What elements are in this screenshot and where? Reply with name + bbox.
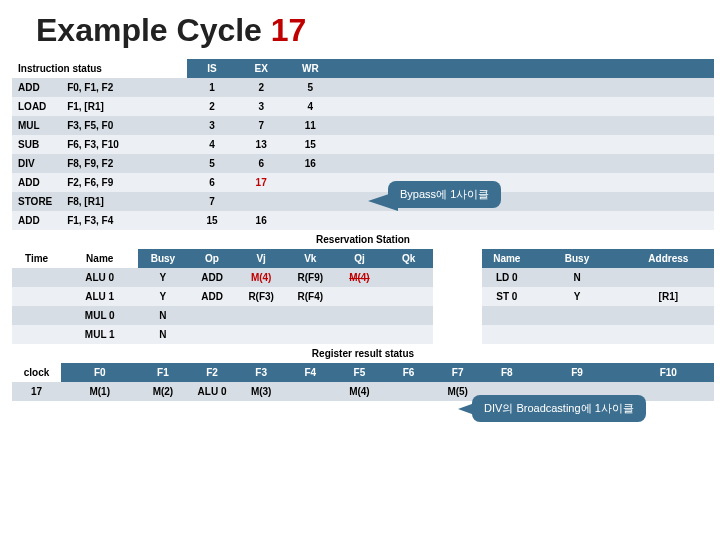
rs-busy2: Y <box>531 287 622 306</box>
rs-vj <box>237 306 286 325</box>
instr-is: 5 <box>187 154 236 173</box>
reg-hdr-cell: F3 <box>237 363 286 382</box>
instr-op: DIV <box>12 154 61 173</box>
instr-ex: 13 <box>237 135 286 154</box>
instr-ex: 17 <box>237 173 286 192</box>
instr-is: 15 <box>187 211 236 230</box>
instr-op: ADD <box>12 173 61 192</box>
instr-op: SUB <box>12 135 61 154</box>
instr-row: LOADF1, [R1]234 <box>12 97 714 116</box>
instr-is: 3 <box>187 116 236 135</box>
rs-qk <box>384 268 433 287</box>
rs-addr: [R1] <box>623 287 714 306</box>
instr-is: 6 <box>187 173 236 192</box>
rs-qj <box>335 325 384 344</box>
rs-qk <box>384 306 433 325</box>
instr-args: F6, F3, F10 <box>61 135 187 154</box>
rs-busy2 <box>531 325 622 344</box>
instr-is: 1 <box>187 78 236 97</box>
reg-hdr-cell: F5 <box>335 363 384 382</box>
instr-is: 4 <box>187 135 236 154</box>
rs-busy2 <box>531 306 622 325</box>
col-qj: Qj <box>335 249 384 268</box>
rs-qk <box>384 325 433 344</box>
rs-name: MUL 0 <box>61 306 138 325</box>
col-address: Address <box>623 249 714 268</box>
reg-hdr-cell: F6 <box>384 363 433 382</box>
rs-time <box>12 325 61 344</box>
rs-name2: ST 0 <box>482 287 531 306</box>
reg-cell: ALU 0 <box>187 382 236 401</box>
instr-args: F2, F6, F9 <box>61 173 187 192</box>
rs-op <box>187 325 236 344</box>
rs-vk <box>286 325 335 344</box>
reg-hdr-cell: F7 <box>433 363 482 382</box>
reg-hdr-cell: F8 <box>482 363 531 382</box>
rs-header-row: Time Name Busy Op Vj Vk Qj Qk Name Busy … <box>12 249 714 268</box>
instr-args: F8, [R1] <box>61 192 187 211</box>
rs-row: ALU 1YADDR(F3)R(F4)ST 0Y[R1] <box>12 287 714 306</box>
rs-qj <box>335 287 384 306</box>
col-name: Name <box>61 249 138 268</box>
rs-row: ALU 0YADDM(4)R(F9)M(4)LD 0N <box>12 268 714 287</box>
reg-hdr-cell: F9 <box>531 363 622 382</box>
instruction-status-table: Instruction status IS EX WR ADDF0, F1, F… <box>12 59 714 401</box>
col-busy: Busy <box>138 249 187 268</box>
col-vk: Vk <box>286 249 335 268</box>
instr-wr <box>286 173 335 192</box>
instr-op: STORE <box>12 192 61 211</box>
instr-ex: 16 <box>237 211 286 230</box>
instr-args: F1, F3, F4 <box>61 211 187 230</box>
rs-addr <box>623 306 714 325</box>
reg-hdr-cell: F4 <box>286 363 335 382</box>
reg-hdr-cell: F0 <box>61 363 138 382</box>
col-time: Time <box>12 249 61 268</box>
reg-cell: M(3) <box>237 382 286 401</box>
instr-args: F0, F1, F2 <box>61 78 187 97</box>
rs-vk <box>286 306 335 325</box>
rs-name: ALU 0 <box>61 268 138 287</box>
instr-row: ADDF0, F1, F2125 <box>12 78 714 97</box>
rs-op: ADD <box>187 287 236 306</box>
rs-name2 <box>482 325 531 344</box>
rs-op <box>187 306 236 325</box>
instr-wr: 11 <box>286 116 335 135</box>
reg-cell <box>384 382 433 401</box>
rs-time <box>12 268 61 287</box>
rs-time <box>12 287 61 306</box>
instr-wr: 4 <box>286 97 335 116</box>
instr-ex <box>237 192 286 211</box>
rs-vj <box>237 325 286 344</box>
col-qk: Qk <box>384 249 433 268</box>
instr-row: ADDF2, F6, F9617 <box>12 173 714 192</box>
col-vj: Vj <box>237 249 286 268</box>
rs-time <box>12 306 61 325</box>
rs-addr <box>623 268 714 287</box>
instr-ex: 3 <box>237 97 286 116</box>
rs-vj: R(F3) <box>237 287 286 306</box>
rs-name2 <box>482 306 531 325</box>
rs-name: ALU 1 <box>61 287 138 306</box>
instr-is: 2 <box>187 97 236 116</box>
rs-section-label: Reservation Station <box>12 230 714 249</box>
instr-op: ADD <box>12 78 61 97</box>
rs-name2: LD 0 <box>482 268 531 287</box>
reg-hdr-cell: F2 <box>187 363 236 382</box>
col-op: Op <box>187 249 236 268</box>
rs-qj <box>335 306 384 325</box>
instr-header-lead: Instruction status <box>12 59 187 78</box>
instr-header-row: Instruction status IS EX WR <box>12 59 714 78</box>
instr-args: F3, F5, F0 <box>61 116 187 135</box>
rs-vj: M(4) <box>237 268 286 287</box>
reg-cell: M(4) <box>335 382 384 401</box>
rs-qj: M(4) <box>335 268 384 287</box>
col-WR: WR <box>286 59 335 78</box>
col-busy2: Busy <box>531 249 622 268</box>
reg-section-label: Register result status <box>12 344 714 363</box>
instr-ex: 6 <box>237 154 286 173</box>
instr-row: ADDF1, F3, F41516 <box>12 211 714 230</box>
rs-name: MUL 1 <box>61 325 138 344</box>
col-EX: EX <box>237 59 286 78</box>
title-number: 17 <box>271 12 307 48</box>
instr-args: F8, F9, F2 <box>61 154 187 173</box>
